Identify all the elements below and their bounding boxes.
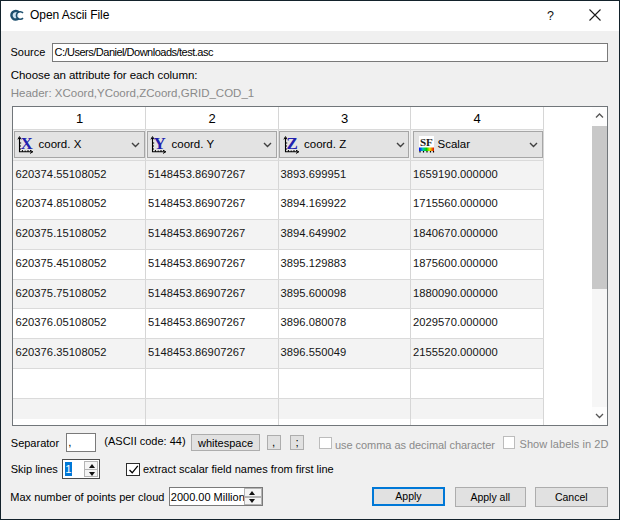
svg-text:X: X	[20, 135, 33, 153]
svg-text:Y: Y	[153, 135, 165, 153]
svg-text:SF: SF	[420, 136, 433, 148]
svg-text:Z: Z	[286, 135, 297, 153]
